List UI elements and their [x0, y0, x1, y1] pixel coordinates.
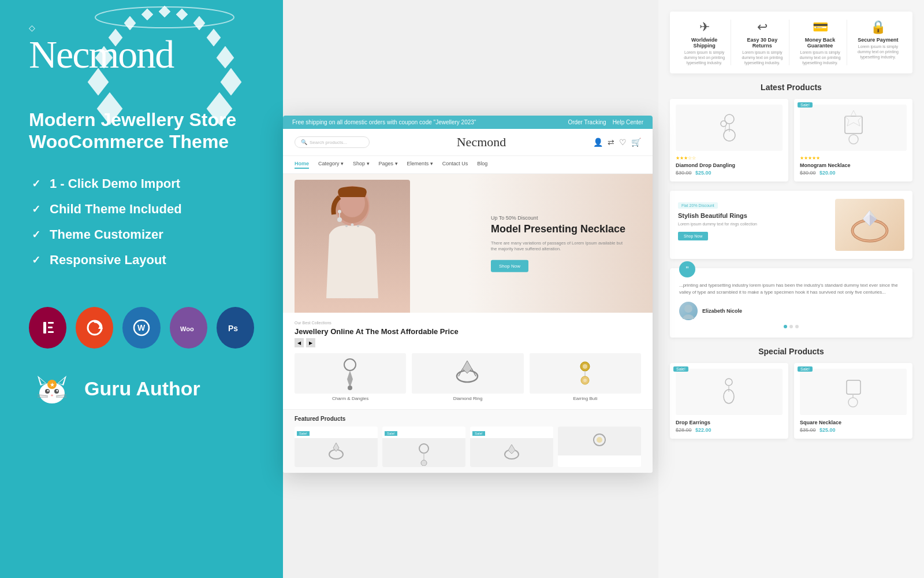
svg-marker-10	[88, 68, 109, 95]
svg-point-45	[357, 225, 359, 227]
demo-preview: Free shipping on all domestic orders wit…	[283, 116, 653, 473]
dot-3[interactable]	[795, 325, 799, 328]
svg-marker-4	[124, 16, 136, 30]
product-price: $30.00 $25.00	[676, 170, 783, 176]
promo-shop-button[interactable]: Shop Now	[678, 232, 708, 240]
promo-card: Flat 20% Discount Stylish Beautiful Ring…	[670, 191, 912, 259]
rotator-icon	[76, 307, 113, 349]
collections-nav: ◀ ▶	[295, 338, 641, 347]
charm-dangles-image	[295, 353, 406, 394]
author-name: Elizabeth Nicole	[702, 308, 742, 314]
svg-point-33	[51, 395, 53, 397]
photoshop-icon: Ps	[217, 307, 254, 349]
testimonial-author: Elizabeth Nicole	[679, 302, 903, 320]
sale-badge: Sale!	[798, 366, 813, 372]
special-products-grid: Sale! Drop Earrings $28.00 $22.00 Sale!	[670, 363, 912, 439]
svg-marker-8	[95, 46, 113, 68]
svg-point-48	[337, 217, 342, 222]
check-icon: ✓	[29, 202, 43, 216]
testimonial-dots	[679, 325, 903, 328]
featured-item-image	[382, 438, 465, 467]
returns-desc: Lorem ipsum is simply dummy text on prin…	[740, 50, 784, 65]
latest-products-title: Latest Products	[670, 83, 912, 92]
hero-title: Model Presenting Necklace	[491, 223, 629, 236]
product-stars: ★★★★★	[800, 155, 907, 161]
earring-buti-image	[530, 353, 641, 394]
secure-payment-icon: 🔒	[856, 20, 900, 35]
product-card: Sale! ★★★★★ Monogram Necklace $30.00 $20…	[794, 99, 912, 181]
svg-marker-6	[109, 29, 122, 46]
testimonial-card: " ...printing and typesetting industry l…	[670, 268, 912, 338]
dot-1[interactable]	[784, 325, 787, 328]
guru-author: ★ Guru Author	[29, 372, 254, 406]
dot-2[interactable]	[789, 325, 793, 328]
compare-icon[interactable]: ⇄	[608, 138, 614, 147]
collections-next-button[interactable]: ▶	[306, 338, 315, 347]
svg-point-50	[348, 386, 352, 390]
diamond-ring-label: Diamond Ring	[412, 396, 523, 401]
subtitle-line2: WooCommerce Theme	[29, 131, 254, 153]
demo-header-icons: 👤 ⇄ ♡ 🛒	[593, 138, 641, 147]
account-icon[interactable]: 👤	[593, 138, 603, 147]
nav-blog[interactable]: Blog	[477, 161, 487, 169]
promo-title: Stylish Beautiful Rings	[678, 212, 829, 219]
demo-topbar-links: Order Tracking Help Center	[568, 119, 643, 125]
product-price: $30.00 $20.00	[800, 170, 907, 176]
svg-point-62	[419, 444, 429, 453]
svg-rect-15	[48, 322, 54, 324]
sale-badge: Sale!	[798, 102, 813, 108]
demo-search[interactable]: 🔍 Search products...	[295, 136, 370, 148]
nav-category[interactable]: Category ▾	[318, 161, 344, 169]
cart-icon[interactable]: 🛒	[631, 138, 641, 147]
tech-icons: W Woo Ps	[29, 307, 254, 349]
check-icon: ✓	[29, 177, 43, 191]
product-name: Square Necklace	[800, 420, 907, 425]
special-product-card: Sale! Drop Earrings $28.00 $22.00	[670, 363, 788, 439]
collections-prev-button[interactable]: ◀	[295, 338, 304, 347]
nav-elements[interactable]: Elements ▾	[407, 161, 433, 169]
demo-logo: Necmond	[457, 135, 506, 150]
nav-shop[interactable]: Shop ▾	[353, 161, 370, 169]
product-name: Diamond Drop Dangling	[676, 162, 783, 168]
featured-item-image	[558, 427, 641, 455]
guru-cat-icon: ★	[29, 372, 75, 406]
promo-label: Flat 20% Discount	[678, 202, 718, 209]
quote-icon: "	[679, 261, 695, 277]
hero-shop-now-button[interactable]: Shop Now	[491, 260, 528, 272]
check-icon: ✓	[29, 228, 43, 242]
featured-item: Sale!	[382, 427, 465, 467]
svg-text:Woo: Woo	[180, 325, 194, 332]
featured-item	[558, 427, 641, 467]
svg-marker-7	[207, 29, 221, 46]
featured-item-image	[470, 438, 553, 467]
nav-pages[interactable]: Pages ▾	[379, 161, 398, 169]
svg-point-68	[597, 437, 602, 443]
svg-point-49	[344, 359, 356, 370]
money-back-desc: Lorem ipsum is simply dummy text on prin…	[799, 50, 842, 65]
svg-point-59	[583, 379, 587, 382]
featured-item: Sale!	[295, 427, 378, 467]
product-price: $28.00 $22.00	[676, 427, 783, 433]
returns-title: Easy 30 Day Returns	[740, 37, 784, 49]
returns-item: ↩ Easy 30 Day Returns Lorem ipsum is sim…	[736, 20, 789, 65]
demo-nav: Home Category ▾ Shop ▾ Pages ▾ Elements …	[283, 156, 653, 174]
wishlist-icon[interactable]: ♡	[619, 138, 627, 147]
svg-point-56	[583, 364, 587, 369]
product-image	[676, 369, 783, 415]
svg-rect-88	[847, 380, 860, 394]
svg-point-32	[57, 390, 58, 392]
nav-home[interactable]: Home	[295, 161, 309, 169]
svg-point-89	[848, 398, 858, 407]
latest-products-grid: ★★★☆☆ Diamond Drop Dangling $30.00 $25.0…	[670, 99, 912, 181]
hero-text-area: Up To 50% Discount Model Presenting Neck…	[491, 215, 629, 272]
left-panel: ◇ Necmond Modern Jewellery Store WooComm…	[0, 0, 283, 578]
promo-desc: Lorem ipsum dummy text for rings collect…	[678, 221, 829, 227]
earring-buti-label: Earring Buti	[530, 396, 641, 401]
nav-contact[interactable]: Contact Us	[442, 161, 468, 169]
demo-topbar-text: Free shipping on all domestic orders wit…	[292, 119, 476, 125]
svg-marker-5	[193, 16, 205, 30]
demo-header: 🔍 Search products... Necmond 👤 ⇄ ♡ 🛒	[283, 129, 653, 156]
collections-label: Our Best Collections	[295, 321, 641, 325]
svg-marker-11	[221, 68, 241, 95]
svg-point-46	[338, 210, 341, 213]
